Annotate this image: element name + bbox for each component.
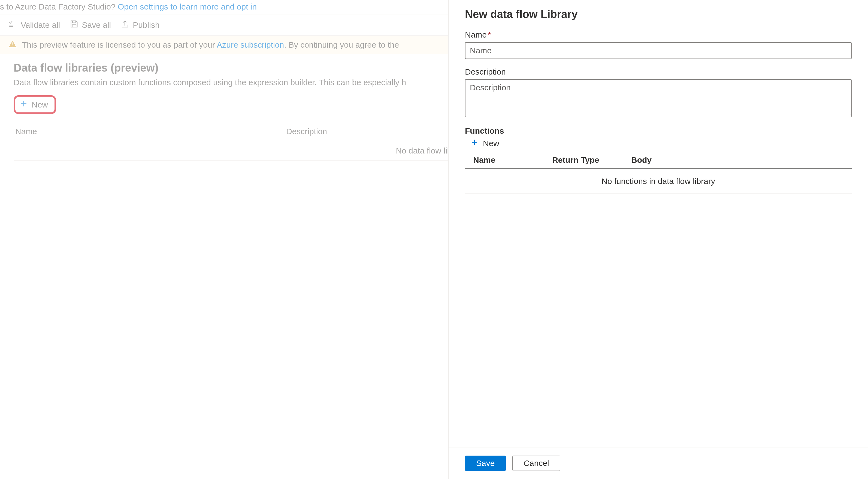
name-label: Name* [465, 30, 851, 39]
panel-body: New data flow Library Name* Description … [448, 0, 868, 447]
panel-title: New data flow Library [465, 8, 851, 21]
upload-icon [120, 19, 129, 31]
validate-all-label: Validate all [21, 21, 60, 30]
cancel-button[interactable]: Cancel [513, 455, 560, 471]
open-settings-link[interactable]: Open settings to learn more and opt in [118, 2, 257, 11]
save-button[interactable]: Save [465, 455, 506, 471]
save-all-button[interactable]: Save all [69, 19, 111, 31]
functions-col-return-type: Return Type [552, 156, 631, 165]
functions-table-header: Name Return Type Body [465, 151, 851, 169]
top-banner-text: s to Azure Data Factory Studio? [0, 2, 118, 11]
publish-button[interactable]: Publish [120, 19, 159, 31]
functions-col-name: Name [473, 156, 552, 165]
required-indicator: * [488, 30, 491, 39]
new-function-label: New [483, 139, 499, 148]
new-button-label: New [32, 100, 48, 109]
publish-label: Publish [133, 21, 159, 30]
warning-text-prefix: This preview feature is licensed to you … [22, 40, 217, 49]
name-input[interactable] [465, 42, 851, 59]
warning-icon [8, 39, 17, 50]
new-library-button-highlighted[interactable]: New [13, 95, 56, 114]
azure-subscription-link[interactable]: Azure subscription [217, 40, 284, 49]
save-icon [69, 19, 79, 31]
description-label: Description [465, 67, 851, 76]
plus-icon [470, 138, 478, 148]
functions-col-body: Body [631, 156, 851, 165]
new-library-panel: New data flow Library Name* Description … [448, 0, 868, 479]
save-all-label: Save all [82, 21, 111, 30]
functions-section-label: Functions [465, 126, 851, 136]
description-field-block: Description [465, 67, 851, 118]
checklist-icon [8, 19, 18, 31]
libraries-col-name: Name [13, 127, 286, 136]
validate-all-button[interactable]: Validate all [8, 19, 60, 31]
functions-empty-message: No functions in data flow library [465, 169, 851, 194]
name-field-block: Name* [465, 30, 851, 59]
panel-footer: Save Cancel [448, 447, 868, 479]
description-input[interactable] [465, 79, 851, 117]
warning-text-suffix: . By continuing you agree to the [284, 40, 399, 49]
plus-icon [20, 100, 28, 110]
new-function-button[interactable]: New [470, 138, 499, 148]
name-label-text: Name [465, 30, 487, 39]
